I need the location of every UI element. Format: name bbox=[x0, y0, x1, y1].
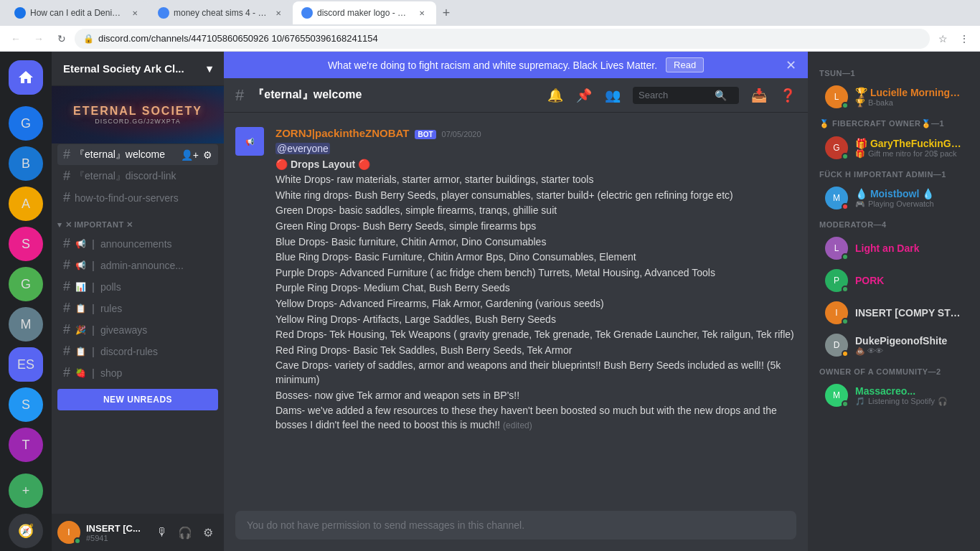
tab-close-2[interactable]: ✕ bbox=[273, 7, 284, 19]
messages-area[interactable]: 📢 ZORNJ|packintheZNOBAT BOT 07/05/2020 @… bbox=[224, 113, 808, 499]
hash-icon-9: # bbox=[63, 344, 70, 359]
search-icon: 🔍 bbox=[715, 90, 727, 101]
channel-item-polls[interactable]: # 📊 | polls bbox=[57, 276, 218, 297]
channel-item-welcome[interactable]: # 『eternal』welcome 👤+ ⚙ bbox=[57, 144, 218, 165]
channel-item-how-to-find[interactable]: # how-to-find-our-servers bbox=[57, 187, 218, 208]
server-icon-3[interactable]: A bbox=[9, 187, 43, 221]
server-icon-7[interactable]: S bbox=[9, 387, 43, 422]
spotify-icon: 🎵 bbox=[855, 397, 865, 406]
search-bar[interactable]: 🔍 bbox=[633, 87, 739, 104]
tab-label-2: money cheat sims 4 - Google Se... bbox=[174, 8, 268, 18]
server-header[interactable]: Eternal Society Ark Cl... ▾ bbox=[52, 52, 224, 86]
member-avatar-pork: P bbox=[825, 269, 848, 292]
tab-favicon-2 bbox=[158, 7, 169, 19]
channel-item-admin[interactable]: # 📢 | admin-announce... bbox=[57, 255, 218, 276]
member-gary[interactable]: G 🎁 GaryTheFuckinGo... 🎁 Gift me nitro f… bbox=[814, 132, 974, 164]
browser-tab-2[interactable]: money cheat sims 4 - Google Se... ✕ bbox=[149, 1, 293, 24]
input-area: You do not have permission to send messa… bbox=[224, 499, 808, 551]
notification-button[interactable]: 🔔 bbox=[547, 87, 564, 104]
help-button[interactable]: ❓ bbox=[779, 87, 796, 104]
member-dukepigeon[interactable]: D DukePigeonofShite 💩 👁👁 bbox=[814, 329, 974, 361]
channel-item-discord-link[interactable]: # 『eternal』discord-link bbox=[57, 166, 218, 187]
member-name-lightanddark: Light an Dark bbox=[855, 242, 963, 254]
lock-icon: 🔒 bbox=[83, 34, 94, 44]
banner-title: ETERNAL SOCIETY bbox=[73, 105, 202, 118]
status-dot-massacreo bbox=[842, 400, 849, 408]
mute-button[interactable]: 🎙 bbox=[152, 522, 172, 542]
server-icon-5[interactable]: G bbox=[9, 267, 43, 301]
hash-icon-10: # bbox=[63, 365, 70, 380]
forward-button[interactable]: → bbox=[29, 29, 49, 49]
browser-tabs: How can I edit a Denied Gig - We... ✕ mo… bbox=[0, 0, 980, 26]
refresh-button[interactable]: ↻ bbox=[52, 29, 72, 49]
browser-tab-3[interactable]: discord maker logo - Google Sea... ✕ bbox=[293, 1, 436, 24]
deafen-button[interactable]: 🎧 bbox=[175, 522, 195, 542]
tab-close-3[interactable]: ✕ bbox=[416, 7, 428, 19]
channel-hash-icon: # bbox=[235, 86, 244, 105]
channel-item-rules[interactable]: # 📋 | rules bbox=[57, 298, 218, 319]
member-avatar-insertcompy: I bbox=[825, 301, 848, 324]
category-important[interactable]: ▾ ✕ IMPORTANT ✕ bbox=[52, 209, 224, 232]
hash-icon-7: # bbox=[63, 301, 70, 316]
server-list: G B A S G M ES S T + 🧭 ⬇ bbox=[0, 52, 52, 551]
menu-button[interactable]: ⋮ bbox=[954, 29, 974, 49]
header-actions: 🔔 📌 👥 🔍 📥 ❓ bbox=[547, 87, 796, 104]
member-sub-gary: 🎁 Gift me nitro for 20$ pack bbox=[855, 149, 963, 159]
channel-item-discord-rules[interactable]: # 📋 | discord-rules bbox=[57, 341, 218, 362]
user-discriminator: #5941 bbox=[86, 534, 146, 542]
notepad-icon: 📋 bbox=[75, 346, 86, 357]
user-info: INSERT [C... #5941 bbox=[86, 523, 146, 542]
main-content: What we're doing to fight racism and whi… bbox=[224, 52, 808, 551]
notice-read-button[interactable]: Read bbox=[666, 57, 704, 72]
member-lucielle[interactable]: L 🏆 Lucielle Morningst... 🏆 B-baka bbox=[814, 81, 974, 113]
server-icon-eternal[interactable]: ES bbox=[9, 347, 43, 382]
server-icon-2[interactable]: B bbox=[9, 146, 43, 181]
browser-tab-1[interactable]: How can I edit a Denied Gig - We... ✕ bbox=[6, 1, 149, 24]
notice-text: What we're doing to fight racism and whi… bbox=[328, 60, 657, 71]
browser-chrome: How can I edit a Denied Gig - We... ✕ mo… bbox=[0, 0, 980, 52]
member-avatar-moistbowl: M bbox=[825, 187, 848, 209]
bookmark-button[interactable]: ☆ bbox=[933, 29, 953, 49]
hash-icon-6: # bbox=[63, 279, 70, 294]
discord-app: G B A S G M ES S T + 🧭 ⬇ Eternal Society… bbox=[0, 52, 980, 551]
member-lightanddark[interactable]: L Light an Dark bbox=[814, 232, 974, 264]
pin-button[interactable]: 📌 bbox=[575, 87, 593, 104]
channel-item-announcements[interactable]: # 📢 | announcements bbox=[57, 233, 218, 254]
message-item: 📢 ZORNJ|packintheZNOBAT BOT 07/05/2020 @… bbox=[235, 124, 796, 436]
member-pork[interactable]: P PORK bbox=[814, 265, 974, 296]
new-tab-button[interactable]: + bbox=[436, 3, 456, 23]
server-icon-6[interactable]: M bbox=[9, 307, 43, 342]
status-dot-insertcompy bbox=[842, 318, 849, 325]
add-server-button[interactable]: + bbox=[9, 474, 43, 508]
notice-close-button[interactable]: ✕ bbox=[786, 57, 796, 73]
explore-servers-button[interactable]: 🧭 bbox=[9, 514, 43, 548]
status-dot-lightanddark bbox=[842, 253, 849, 260]
settings-button[interactable]: ⚙ bbox=[198, 522, 218, 542]
server-icon-8[interactable]: T bbox=[9, 428, 43, 462]
back-button[interactable]: ← bbox=[6, 29, 26, 49]
hash-icon-8: # bbox=[63, 322, 70, 337]
members-category-tsun: TSUN—1 bbox=[808, 63, 980, 80]
address-bar[interactable]: 🔒 discord.com/channels/447105860650926 1… bbox=[75, 29, 930, 49]
inbox-button[interactable]: 📥 bbox=[750, 87, 768, 104]
members-button[interactable]: 👥 bbox=[604, 87, 621, 104]
message-input: You do not have permission to send messa… bbox=[235, 511, 796, 540]
hash-icon-3: # bbox=[63, 190, 70, 205]
status-dot-moistbowl bbox=[842, 203, 849, 210]
discord-home-icon[interactable] bbox=[9, 60, 43, 95]
hash-icon-4: # bbox=[63, 236, 70, 251]
channel-item-giveaways[interactable]: # 🎉 | giveaways bbox=[57, 319, 218, 340]
member-avatar-massacreo: M bbox=[825, 384, 848, 407]
message-text: @everyone 🔴 Drops Layout 🔴 White Drops- … bbox=[275, 142, 796, 432]
server-icon-1[interactable]: G bbox=[9, 106, 43, 141]
server-icon-4[interactable]: S bbox=[9, 227, 43, 261]
members-category-owner: OWNER OF A COMMUNITY—2 bbox=[808, 362, 980, 379]
member-massacreo[interactable]: M Massacreo... 🎵 Listening to Spotify 🎧 bbox=[814, 380, 974, 411]
search-input[interactable] bbox=[639, 90, 710, 100]
new-unreads-button[interactable]: NEW UNREADS bbox=[57, 389, 218, 410]
member-insertcompy[interactable]: I INSERT [COMPY STO... bbox=[814, 297, 974, 329]
status-dot-lucielle bbox=[842, 102, 849, 109]
channel-item-shop[interactable]: # 🍓 | shop bbox=[57, 362, 218, 383]
tab-close-1[interactable]: ✕ bbox=[129, 7, 141, 19]
member-moistbowl[interactable]: M 💧 Moistbowl 💧 🎮 Playing Overwatch bbox=[814, 182, 974, 214]
